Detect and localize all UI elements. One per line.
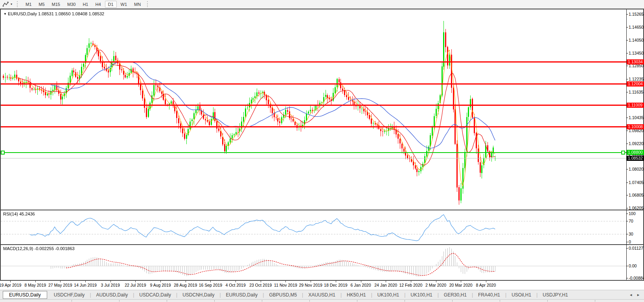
rsi-axis-label: 0 [629, 239, 631, 244]
timeframe-button-M1[interactable]: M1 [22, 1, 35, 8]
price-axis-label: 1.11635 [629, 90, 643, 94]
timeframe-button-D1[interactable]: D1 [105, 1, 117, 8]
macd-indicator-label: MACD(12,26,9) -0.002255 -0.001863 [3, 246, 75, 251]
price-axis-border [626, 9, 627, 280]
macd-indicator-canvas[interactable] [1, 245, 626, 280]
status-separator [452, 300, 453, 302]
time-axis-tick [135, 281, 136, 282]
tab-scroll-arrows: ◄ ► [629, 293, 640, 297]
hline-price-tag: 1.13034 [627, 59, 644, 64]
time-axis-tick [261, 281, 261, 282]
chart-tab-FRA40-H1[interactable]: FRA40,H1 [473, 291, 505, 298]
resistance-line[interactable] [1, 126, 626, 127]
status-separator [500, 300, 500, 302]
price-axis-label: 1.14050 [629, 38, 644, 42]
time-axis-tick [311, 281, 311, 282]
status-separator [167, 300, 167, 302]
time-axis-tick [285, 281, 286, 282]
date-label: 8 Apr 2020 [468, 283, 504, 287]
chart-tab-USDCNH-Daily[interactable]: USDCNH,Daily [177, 291, 219, 298]
bid-price-line [1, 158, 626, 158]
rsi-indicator-canvas[interactable] [1, 210, 626, 244]
chart-tab-XAUUSD-H1[interactable]: XAUUSD,H1 [303, 291, 340, 298]
time-axis-tick [186, 281, 186, 282]
timeframe-button-H4[interactable]: H4 [92, 1, 104, 8]
time-axis-tick [361, 281, 361, 282]
status-separator [357, 300, 357, 302]
time-axis-tick [85, 281, 86, 282]
chart-tab-USOil-H1[interactable]: USOil,H1 [506, 291, 536, 298]
hline-price-tag: 1.11009 [627, 103, 644, 108]
macd-axis-label: 0.011277 [629, 246, 644, 250]
pane-divider[interactable] [1, 244, 643, 245]
line-handle-right[interactable] [621, 151, 625, 155]
bid-price-tag: 1.08532 [627, 156, 644, 161]
pane-divider[interactable] [1, 210, 643, 210]
toolbar-drag-handle[interactable] [17, 1, 19, 7]
price-axis-label: 1.08020 [629, 167, 644, 171]
chart-tab-UK100-H1[interactable]: UK100,H1 [405, 291, 437, 298]
macd-axis-label: 0.00 [629, 263, 637, 268]
timeframe-button-M15[interactable]: M15 [49, 1, 63, 8]
green-alert-line[interactable] [1, 152, 626, 153]
hline-price-tag: 1.12004 [627, 81, 644, 87]
rsi-axis-label: 100 [629, 211, 636, 216]
price-axis-label: 1.07405 [629, 180, 644, 185]
price-axis-label: 1.15265 [629, 12, 644, 17]
collapse-triangle-icon[interactable]: ▼ [4, 12, 7, 16]
resistance-line[interactable] [1, 61, 626, 63]
chart-window: ▼ EURUSD,Daily 1.08531 1.08650 1.08408 1… [0, 9, 644, 281]
chart-line-tool-icon[interactable] [2, 1, 10, 7]
price-axis-label: 1.09220 [629, 141, 644, 146]
time-axis-tick [110, 281, 111, 282]
status-separator [214, 300, 215, 302]
status-separator [405, 300, 405, 302]
status-separator [309, 300, 310, 302]
resistance-line[interactable] [1, 83, 626, 85]
rsi-indicator-label: RSI(14) 45.2436 [3, 212, 35, 216]
chart-tab-AUDUSD-Daily[interactable]: AUDUSD,Daily [91, 291, 133, 298]
price-axis-label: 1.12235 [629, 77, 644, 81]
chart-tab-HK50-H1[interactable]: HK50,H1 [342, 291, 371, 298]
timeframe-button-W1[interactable]: W1 [118, 1, 131, 8]
timeframes-toolbar: ▾ M1M5M15M30H1H4D1W1MN [0, 0, 644, 9]
status-separator [547, 300, 548, 302]
mt4-terminal: ▾ M1M5M15M30H1H4D1W1MN ▼ EURUSD,Daily 1.… [0, 0, 644, 302]
time-axis-tick [60, 281, 61, 282]
time-axis-tick [336, 281, 336, 282]
resistance-line[interactable] [1, 105, 626, 106]
status-separator [119, 300, 120, 302]
chart-tab-USDJPY-H1[interactable]: USDJPY,H1 [537, 291, 573, 298]
chart-tab-USDCHF-Daily[interactable]: USDCHF,Daily [49, 291, 90, 298]
timeframe-button-M30[interactable]: M30 [64, 1, 79, 8]
time-axis-tick [386, 281, 386, 282]
time-axis-tick [160, 281, 161, 282]
line-handle-left[interactable] [1, 151, 5, 155]
chart-tab-GER30-H1[interactable]: GER30,H1 [439, 291, 472, 298]
chart-tab-USDCAD-Daily[interactable]: USDCAD,Daily [134, 291, 176, 298]
tabs-scroll-right-icon[interactable]: ► [637, 293, 640, 297]
chart-title: ▼ EURUSD,Daily 1.08531 1.08650 1.08408 1… [4, 11, 104, 16]
timeframe-button-H1[interactable]: H1 [79, 1, 91, 8]
time-axis[interactable]: 19 Apr 20198 May 201927 May 201914 Jun 2… [0, 281, 644, 290]
timeframe-button-MN[interactable]: MN [131, 1, 144, 8]
time-axis-tick [411, 281, 411, 282]
price-chart-canvas[interactable] [1, 9, 626, 210]
chart-tab-UK100-H1[interactable]: UK100,H1 [372, 291, 404, 298]
chart-symbol-period: EURUSD,Daily [8, 11, 37, 16]
tabs-scroll-left-icon[interactable]: ◄ [629, 293, 633, 297]
time-axis-tick [35, 281, 36, 282]
timeframe-buttons-group: M1M5M15M30H1H4D1W1MN [22, 1, 144, 8]
chart-tab-GBPUSD-M5[interactable]: GBPUSD,M5 [264, 291, 302, 298]
toolbar-separator [147, 1, 149, 7]
dropdown-caret-icon[interactable]: ▾ [11, 2, 12, 6]
timeframe-button-M5[interactable]: M5 [35, 1, 48, 8]
chart-tabs: EURUSD,DailyUSDCHF,Daily|AUDUSD,Daily|US… [0, 291, 573, 299]
chart-tab-EURUSD-Daily[interactable]: EURUSD,Daily [3, 291, 47, 299]
price-axis-label: 1.06805 [629, 193, 644, 197]
status-separator [262, 300, 262, 302]
time-axis-tick [436, 281, 436, 282]
chart-tab-EURUSD-Daily[interactable]: EURUSD,Daily [221, 291, 263, 298]
green-line-price-tag: 1.08800 [627, 150, 644, 155]
price-axis-label: 1.14650 [629, 25, 644, 29]
